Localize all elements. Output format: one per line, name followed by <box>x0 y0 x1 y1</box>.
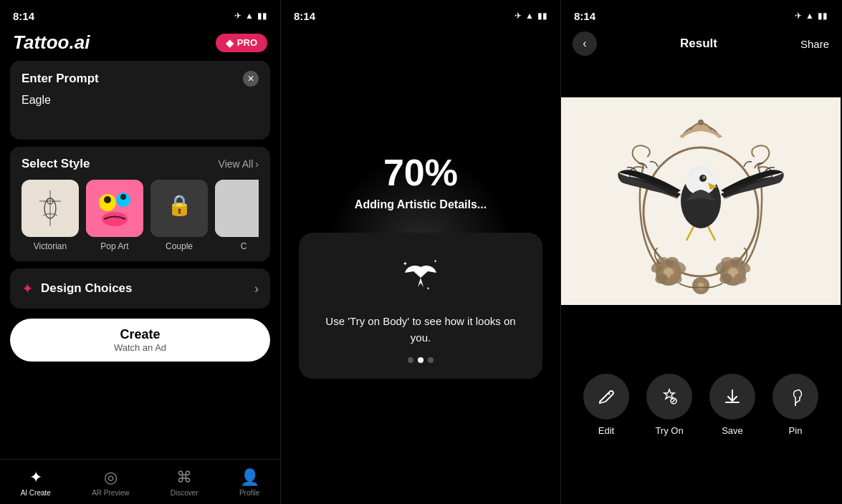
style-thumb-couple: 🔒 <box>150 180 208 237</box>
style-thumb-partial <box>215 180 259 237</box>
save-label: Save <box>722 425 743 436</box>
bird-icon: ✦ ✦ ✦ <box>399 253 442 304</box>
watch-ad-label: Watch an Ad <box>114 342 166 353</box>
nav-label-discover: Discover <box>171 489 198 497</box>
prompt-label: Enter Prompt <box>21 72 99 86</box>
prompt-header: Enter Prompt ✕ <box>21 71 259 87</box>
pro-badge[interactable]: ◆ PRO <box>216 34 267 52</box>
svg-point-18 <box>698 120 704 125</box>
battery-icon-2: ▮▮ <box>537 11 547 21</box>
style-name-couple: Couple <box>166 241 193 251</box>
try-on-button[interactable] <box>646 374 692 420</box>
share-button[interactable]: Share <box>800 38 829 50</box>
actions-area: Edit Try On <box>561 305 841 504</box>
prompt-card[interactable]: Enter Prompt ✕ Eagle <box>10 61 270 140</box>
nav-label-ar-preview: AR Preview <box>92 489 129 497</box>
wifi-icon: ▲ <box>245 11 254 21</box>
result-header: ‹ Result Share <box>561 26 841 62</box>
action-buttons: Edit Try On <box>583 374 818 436</box>
status-icons-3: ✈ ▲ ▮▮ <box>795 11 828 21</box>
nav-label-ai-create: AI Create <box>21 489 51 497</box>
save-action[interactable]: Save <box>709 374 755 436</box>
style-item-popart[interactable]: Pop Art <box>86 180 143 251</box>
loading-body: 70% Adding Artistic Details... ✦ ✦ ✦ Use… <box>281 26 560 504</box>
battery-icon: ▮▮ <box>257 11 267 21</box>
pin-label: Pin <box>789 425 803 436</box>
pin-button[interactable] <box>772 374 818 420</box>
tip-dots <box>408 357 434 363</box>
nav-item-ar-preview[interactable]: ◎ AR Preview <box>86 465 135 500</box>
style-title: Select Style <box>21 157 90 171</box>
style-grid: Victorian Pop Art <box>21 180 259 251</box>
dot-2 <box>418 357 424 363</box>
svg-text:✦: ✦ <box>403 261 408 267</box>
svg-point-9 <box>120 194 126 200</box>
style-thumb-popart <box>86 180 143 237</box>
nav-item-profile[interactable]: 👤 Profile <box>234 465 265 500</box>
svg-rect-4 <box>86 180 143 237</box>
prompt-value: Eagle <box>21 94 259 107</box>
black-top-area <box>561 62 841 97</box>
ar-preview-icon: ◎ <box>104 468 118 487</box>
bottom-nav: ✦ AI Create ◎ AR Preview ⌘ Discover 👤 Pr… <box>0 459 280 504</box>
clear-prompt-button[interactable]: ✕ <box>243 71 259 87</box>
edit-action[interactable]: Edit <box>583 374 629 436</box>
discover-icon: ⌘ <box>176 468 192 487</box>
ai-create-icon: ✦ <box>29 468 42 487</box>
view-all-button[interactable]: View All › <box>219 158 259 170</box>
try-on-label: Try On <box>655 425 683 436</box>
design-chevron-icon: › <box>254 281 259 296</box>
status-bar-2: 8:14 ✈ ▲ ▮▮ <box>281 0 560 26</box>
pro-label: PRO <box>237 37 257 48</box>
plane-icon-2: ✈ <box>515 11 522 21</box>
dot-1 <box>408 357 413 363</box>
edit-label: Edit <box>598 425 614 436</box>
save-button[interactable] <box>709 374 755 420</box>
style-card: Select Style View All › Victorian <box>10 147 270 261</box>
svg-rect-12 <box>215 180 259 237</box>
dot-3 <box>428 357 434 363</box>
style-item-couple[interactable]: 🔒 Couple <box>150 180 208 251</box>
status-time-2: 8:14 <box>294 10 315 22</box>
design-choices-card[interactable]: ✦ Design Choices › <box>10 268 270 309</box>
create-button[interactable]: Create Watch an Ad <box>10 319 270 362</box>
view-all-label: View All <box>219 158 254 170</box>
status-time-1: 8:14 <box>13 10 34 22</box>
back-button[interactable]: ‹ <box>573 32 597 56</box>
pin-action[interactable]: Pin <box>772 374 818 436</box>
loading-status: Adding Artistic Details... <box>355 198 487 211</box>
diamond-icon: ◆ <box>226 37 234 49</box>
svg-point-23 <box>704 177 705 178</box>
style-item-victorian[interactable]: Victorian <box>21 180 79 251</box>
plane-icon-3: ✈ <box>795 11 802 21</box>
plane-icon: ✈ <box>234 11 241 21</box>
style-name-partial: C <box>241 241 247 251</box>
nav-item-discover[interactable]: ⌘ Discover <box>165 465 204 500</box>
status-icons-2: ✈ ▲ ▮▮ <box>515 11 547 21</box>
nav-item-ai-create[interactable]: ✦ AI Create <box>15 465 57 500</box>
status-bar-1: 8:14 ✈ ▲ ▮▮ <box>0 0 280 26</box>
svg-point-8 <box>104 196 111 203</box>
svg-text:✦: ✦ <box>426 286 430 291</box>
style-name-popart: Pop Art <box>100 241 128 251</box>
style-header: Select Style View All › <box>21 157 259 171</box>
tip-text: Use 'Try on Body' to see how it looks on… <box>316 314 525 346</box>
chevron-right-icon: › <box>255 158 259 170</box>
try-on-action[interactable]: Try On <box>646 374 692 436</box>
wifi-icon-3: ▲ <box>805 11 814 21</box>
nav-label-profile: Profile <box>239 489 259 497</box>
svg-text:✦: ✦ <box>434 259 437 263</box>
style-name-victorian: Victorian <box>34 241 67 251</box>
create-label: Create <box>120 327 160 342</box>
status-time-3: 8:14 <box>574 10 595 22</box>
result-title: Result <box>680 37 717 51</box>
tattoo-image-area <box>561 97 841 305</box>
loading-percent: 70% <box>383 151 458 194</box>
status-bar-3: 8:14 ✈ ▲ ▮▮ <box>561 0 841 26</box>
status-icons-1: ✈ ▲ ▮▮ <box>234 11 267 21</box>
edit-button[interactable] <box>583 374 629 420</box>
panel-3-result: 8:14 ✈ ▲ ▮▮ ‹ Result Share <box>560 0 841 504</box>
style-item-partial[interactable]: C <box>215 180 259 251</box>
panel-1-create: 8:14 ✈ ▲ ▮▮ Tattoo.ai ◆ PRO Enter Prompt… <box>0 0 280 504</box>
design-icon: ✦ <box>21 280 34 297</box>
